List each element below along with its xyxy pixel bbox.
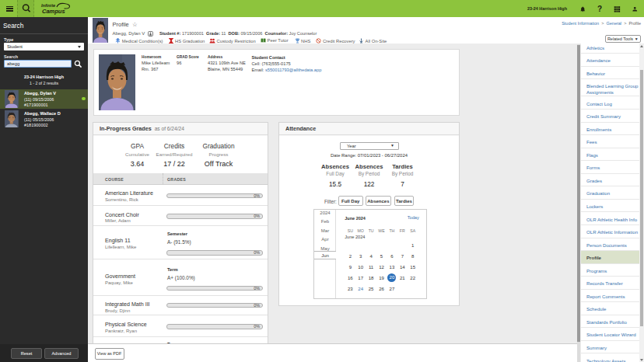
svg-text:Infinite: Infinite <box>41 3 55 8</box>
svg-text:Campus: Campus <box>42 8 65 15</box>
